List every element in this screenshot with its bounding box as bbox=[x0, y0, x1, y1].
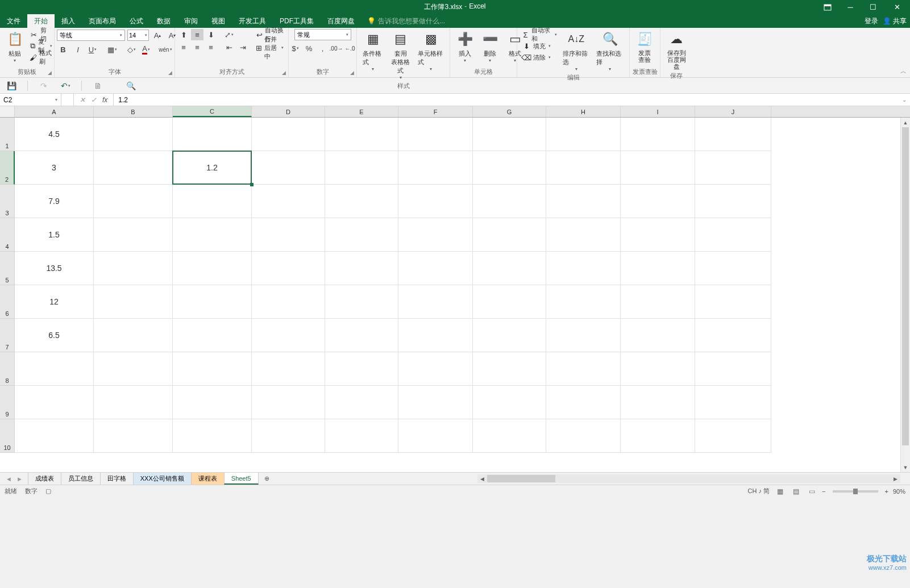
cell-g6[interactable] bbox=[473, 285, 546, 319]
cell-i7[interactable] bbox=[621, 319, 695, 352]
number-dialog-launcher[interactable]: ◢ bbox=[348, 69, 355, 76]
cell-g5[interactable] bbox=[473, 252, 546, 285]
tab-insert[interactable]: 插入 bbox=[55, 14, 82, 28]
row-header-3[interactable]: 3 bbox=[0, 185, 15, 218]
cell-g1[interactable] bbox=[473, 118, 546, 151]
col-header-c[interactable]: C bbox=[173, 106, 252, 117]
cell-d3[interactable] bbox=[252, 185, 325, 218]
sheet-tab-2[interactable]: 员工信息 bbox=[61, 473, 101, 485]
insert-cells-button[interactable]: ➕插入▾ bbox=[452, 29, 477, 64]
col-header-h[interactable]: H bbox=[546, 106, 621, 117]
comma-button[interactable]: , bbox=[317, 43, 329, 54]
cell-e3[interactable] bbox=[325, 185, 398, 218]
font-color-button[interactable]: A▾ bbox=[140, 44, 152, 55]
cell-h8[interactable] bbox=[546, 352, 621, 386]
cell-e8[interactable] bbox=[325, 352, 398, 386]
fill-handle[interactable] bbox=[250, 183, 254, 186]
zoom-slider[interactable] bbox=[833, 490, 878, 493]
cell-h9[interactable] bbox=[546, 386, 621, 419]
row-header-2[interactable]: 2 bbox=[0, 151, 15, 185]
fill-button[interactable]: ⬇填充▾ bbox=[520, 40, 559, 52]
tab-data[interactable]: 数据 bbox=[150, 14, 177, 28]
cell-f9[interactable] bbox=[398, 386, 473, 419]
cell-a2[interactable]: 3 bbox=[15, 151, 94, 185]
cell-b3[interactable] bbox=[94, 185, 173, 218]
ribbon-display-options-button[interactable] bbox=[819, 0, 836, 14]
cell-i10[interactable] bbox=[621, 419, 695, 453]
cell-b5[interactable] bbox=[94, 252, 173, 285]
paste-button[interactable]: 📋 粘贴 ▾ bbox=[2, 29, 27, 64]
tab-view[interactable]: 视图 bbox=[205, 14, 232, 28]
cell-e4[interactable] bbox=[325, 218, 398, 252]
cell-i5[interactable] bbox=[621, 252, 695, 285]
cell-f2[interactable] bbox=[398, 151, 473, 185]
cell-j1[interactable] bbox=[695, 118, 771, 151]
fill-color-button[interactable]: ◇▾ bbox=[125, 44, 138, 55]
macro-record-icon[interactable]: ▢ bbox=[45, 487, 51, 495]
cell-a6[interactable]: 12 bbox=[15, 285, 94, 319]
qat-redo-button[interactable]: ↷ bbox=[38, 80, 49, 91]
row-header-9[interactable]: 9 bbox=[0, 386, 15, 419]
tab-baidu-netdisk[interactable]: 百度网盘 bbox=[321, 14, 361, 28]
minimize-button[interactable]: ─ bbox=[839, 0, 862, 14]
clear-button[interactable]: ⌫清除▾ bbox=[520, 52, 559, 63]
vertical-scrollbar[interactable]: ▲ ▼ bbox=[900, 118, 910, 472]
cells-area[interactable]: 4.5 31.2 7.9 1.5 13.5 12 6.5 bbox=[15, 118, 910, 453]
cell-j4[interactable] bbox=[695, 218, 771, 252]
cell-styles-button[interactable]: ▩单元格样式▾ bbox=[414, 29, 447, 73]
cell-b10[interactable] bbox=[94, 419, 173, 453]
maximize-button[interactable]: ☐ bbox=[862, 0, 884, 14]
col-header-f[interactable]: F bbox=[398, 106, 473, 117]
sheet-tab-3[interactable]: 田字格 bbox=[100, 473, 134, 485]
align-right-button[interactable]: ≡ bbox=[205, 41, 217, 53]
cell-h4[interactable] bbox=[546, 218, 621, 252]
view-page-layout-button[interactable]: ▤ bbox=[790, 487, 801, 496]
tell-me-search[interactable]: 💡 告诉我您想要做什么... bbox=[367, 14, 445, 28]
cell-c4[interactable] bbox=[173, 218, 252, 252]
percent-button[interactable]: % bbox=[303, 43, 315, 54]
cell-a7[interactable]: 6.5 bbox=[15, 319, 94, 352]
cell-d7[interactable] bbox=[252, 319, 325, 352]
cell-a10[interactable] bbox=[15, 419, 94, 453]
cell-f3[interactable] bbox=[398, 185, 473, 218]
sort-filter-button[interactable]: A↓Z排序和筛选▾ bbox=[559, 29, 593, 73]
cell-g10[interactable] bbox=[473, 419, 546, 453]
cell-d9[interactable] bbox=[252, 386, 325, 419]
cell-g7[interactable] bbox=[473, 319, 546, 352]
cell-c5[interactable] bbox=[173, 252, 252, 285]
cell-i9[interactable] bbox=[621, 386, 695, 419]
cell-i3[interactable] bbox=[621, 185, 695, 218]
cell-d4[interactable] bbox=[252, 218, 325, 252]
cell-g8[interactable] bbox=[473, 352, 546, 386]
cell-h6[interactable] bbox=[546, 285, 621, 319]
zoom-in-button[interactable]: + bbox=[885, 488, 888, 495]
row-header-5[interactable]: 5 bbox=[0, 252, 15, 285]
cell-c7[interactable] bbox=[173, 319, 252, 352]
underline-button[interactable]: U▾ bbox=[86, 44, 99, 55]
cell-d5[interactable] bbox=[252, 252, 325, 285]
cell-i8[interactable] bbox=[621, 352, 695, 386]
tab-formulas[interactable]: 公式 bbox=[123, 14, 150, 28]
cell-b9[interactable] bbox=[94, 386, 173, 419]
accounting-format-button[interactable]: $▾ bbox=[289, 43, 302, 54]
cell-c2[interactable]: 1.2 bbox=[173, 151, 252, 185]
cell-h10[interactable] bbox=[546, 419, 621, 453]
qat-save-button[interactable]: 💾 bbox=[6, 80, 17, 91]
row-header-10[interactable]: 10 bbox=[0, 419, 15, 453]
cell-c10[interactable] bbox=[173, 419, 252, 453]
cell-j2[interactable] bbox=[695, 151, 771, 185]
cell-b2[interactable] bbox=[94, 151, 173, 185]
scroll-up-button[interactable]: ▲ bbox=[901, 118, 910, 127]
invoice-check-button[interactable]: 🧾发票 查验 bbox=[632, 29, 657, 64]
col-header-i[interactable]: I bbox=[621, 106, 695, 117]
cell-j7[interactable] bbox=[695, 319, 771, 352]
new-sheet-button[interactable]: ⊕ bbox=[259, 473, 276, 485]
row-header-8[interactable]: 8 bbox=[0, 352, 15, 386]
italic-button[interactable]: I bbox=[72, 44, 84, 55]
cell-g9[interactable] bbox=[473, 386, 546, 419]
cell-f4[interactable] bbox=[398, 218, 473, 252]
cell-e1[interactable] bbox=[325, 118, 398, 151]
phonetic-guide-button[interactable]: wén▾ bbox=[159, 44, 172, 55]
cell-g4[interactable] bbox=[473, 218, 546, 252]
save-baidu-button[interactable]: ☁保存到 百度网盘 bbox=[663, 29, 690, 71]
